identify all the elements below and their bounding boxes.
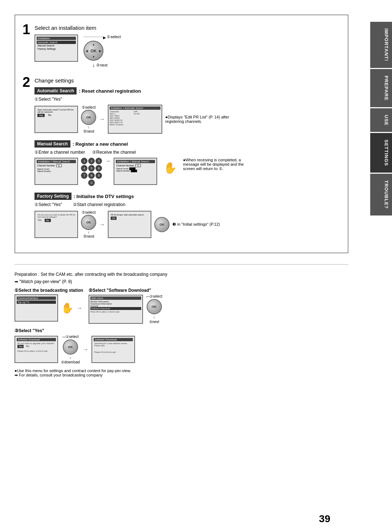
cam-screen4: Software Download Searching for a new so… bbox=[91, 336, 135, 363]
cam-note: ➡ "Watch pay-per-view" (P. 8) bbox=[15, 279, 348, 284]
auto-search-callout: ●Displays "Edit PR List" (P. 14) after r… bbox=[165, 115, 238, 124]
factory-setting-section: Factory Setting : Initialise the DTV set… bbox=[34, 193, 340, 239]
key-5[interactable]: 5 bbox=[88, 165, 95, 172]
cam-bullet1: ●Use this menu for settings and contract… bbox=[15, 368, 348, 373]
key-6[interactable]: 6 bbox=[95, 165, 102, 172]
factory-colon: : Initialise the DTV settings bbox=[74, 194, 134, 199]
automatic-search-section: Automatic Search : Reset channel registr… bbox=[34, 87, 340, 134]
step1-menu-automatic: Automatic Search bbox=[37, 41, 76, 44]
factory-remote[interactable]: OK bbox=[81, 215, 96, 230]
manual-screen1: Installation > Manual Search Channel Num… bbox=[34, 158, 78, 185]
key-4[interactable]: 4 bbox=[81, 165, 87, 172]
right-sidebar: IMPORTANT! PREPARE USE SETTINGS TROUBLE? bbox=[370, 0, 392, 509]
auto-select-ann: ①select bbox=[82, 105, 96, 110]
sidebar-tab-use[interactable]: USE bbox=[370, 108, 392, 132]
factory-callout: ❸ in "Initial settings" (P.12) bbox=[172, 222, 220, 227]
step-1-title: Select an installation item bbox=[34, 23, 340, 31]
step-2-number: 2 bbox=[23, 75, 30, 89]
manual-callout: ●When receiving is completed, a message … bbox=[183, 158, 256, 171]
cam-remote2[interactable]: OK bbox=[63, 339, 78, 355]
cam-bullet2: ➡ For details, consult your broadcasting… bbox=[15, 373, 348, 378]
cam-download-ann: ②download bbox=[61, 360, 80, 364]
step1-screen-title: Installation bbox=[37, 37, 76, 40]
cam-select-ann: —①select bbox=[146, 294, 162, 298]
factory-screen1: Are you sure you want to delete the PR l… bbox=[34, 211, 78, 238]
manual-search-colon: : Register a new channel bbox=[73, 141, 128, 147]
auto-remote[interactable]: OK bbox=[81, 110, 96, 125]
cam-intro: Preparation : Set the CAM etc. after con… bbox=[15, 272, 348, 277]
step1-next-label: ②next bbox=[96, 63, 107, 68]
key-2[interactable]: 2 bbox=[88, 158, 95, 164]
manual-screen2: Installation > Manual Search Channel Num… bbox=[114, 158, 157, 185]
keypad: 1 2 3 4 5 6 7 8 9 0 bbox=[81, 158, 102, 186]
manual-search-section: Manual Search : Register a new channel ①… bbox=[34, 140, 340, 186]
step1-select-label: ①select bbox=[107, 35, 121, 39]
key-0[interactable]: 0 bbox=[88, 180, 95, 186]
auto-next-ann: ②next bbox=[83, 129, 94, 134]
step1-remote[interactable]: OK ▲ ▼ ◀ ▶ bbox=[83, 41, 103, 61]
sidebar-tab-trouble[interactable]: TROUBLE? bbox=[370, 174, 392, 215]
factory-substep1: ①Select "Yes" bbox=[34, 202, 62, 207]
factory-select-ann: ①select bbox=[82, 210, 96, 215]
cam-step3-label: ③Select "Yes" bbox=[15, 328, 135, 333]
cam-screen3: Software Download Do you want to upgrade… bbox=[15, 336, 58, 363]
step1-menu-manual: Manual Search bbox=[37, 44, 76, 47]
manual-substep2: ②Receive the channel bbox=[92, 150, 136, 155]
auto-search-colon: : Reset channel registration bbox=[79, 88, 141, 94]
page-number: 39 bbox=[319, 513, 330, 525]
cam-select-ann2: —①select bbox=[62, 335, 78, 339]
sidebar-tab-important[interactable]: IMPORTANT! bbox=[370, 22, 392, 68]
cam-step1-label: ①Select the broadcasting station bbox=[15, 288, 83, 293]
key-8[interactable]: 8 bbox=[88, 172, 95, 179]
step1-menu-factory: Factory Settings bbox=[37, 47, 76, 51]
auto-search-substep: ①Select "Yes" bbox=[34, 97, 340, 102]
factory-label: Factory Setting bbox=[34, 193, 71, 200]
factory-screen2: PR list Empty. Start automatic search. O… bbox=[108, 211, 151, 238]
cam-remote1[interactable]: OK bbox=[147, 299, 162, 314]
factory-substep2: ②Start channel registration bbox=[73, 202, 125, 207]
factory-remote2[interactable]: OK bbox=[154, 217, 170, 232]
manual-search-label: Manual Search bbox=[34, 140, 70, 148]
auto-search-screen1: Start automatic reset? Current PR list w… bbox=[34, 106, 78, 133]
factory-next-ann: ②next bbox=[83, 234, 94, 239]
step-1-number: 1 bbox=[23, 23, 30, 36]
cam-section: Preparation : Set the CAM etc. after con… bbox=[15, 272, 348, 378]
auto-search-screen2: Installation > Automatic Search Channels… bbox=[108, 105, 162, 134]
key-7[interactable]: 7 bbox=[81, 172, 87, 179]
manual-substep1: ①Enter a channel number bbox=[34, 150, 85, 155]
key-9[interactable]: 9 bbox=[95, 172, 102, 179]
key-1[interactable]: 1 bbox=[81, 158, 87, 164]
step-2-title: Change settings bbox=[34, 75, 340, 84]
cam-screen1: CommonInterface Top Up TV bbox=[15, 294, 58, 322]
main-divider bbox=[15, 264, 348, 265]
cam-next-ann: ②next bbox=[149, 320, 159, 324]
cam-screen2: Main menu Module information Smartcard i… bbox=[89, 295, 143, 324]
sidebar-tab-prepare[interactable]: PREPARE bbox=[370, 69, 392, 107]
cam-hand1: ✋ bbox=[61, 302, 74, 314]
cam-step2-label: ②Select "Software Download" bbox=[89, 288, 162, 293]
auto-search-label: Automatic Search bbox=[34, 87, 77, 94]
key-3[interactable]: 3 bbox=[95, 158, 102, 164]
manual-remote-hand: ✋ bbox=[163, 161, 177, 174]
sidebar-tab-settings[interactable]: SETTINGS bbox=[370, 133, 392, 173]
step1-screen: Installation Automatic Search Manual Sea… bbox=[34, 35, 78, 62]
